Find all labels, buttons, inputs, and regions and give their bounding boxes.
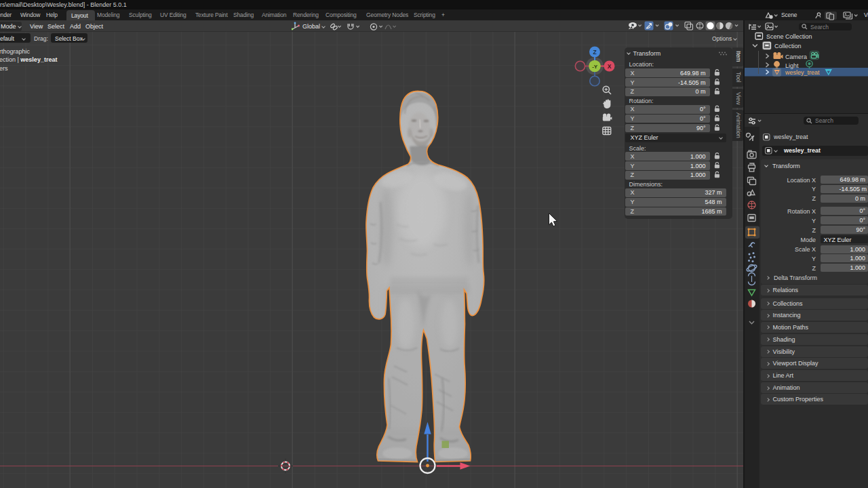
svg-text:Camera: Camera: [785, 54, 807, 60]
svg-text:Z: Z: [593, 49, 596, 56]
svg-text:Scene Collection: Scene Collection: [766, 33, 812, 40]
svg-text:X: X: [608, 63, 612, 70]
svg-text:wesley_treat: wesley_treat: [785, 69, 820, 76]
svg-text:-Y: -Y: [592, 64, 598, 70]
svg-text:Collection: Collection: [774, 43, 802, 49]
svg-text:Light: Light: [785, 62, 799, 69]
